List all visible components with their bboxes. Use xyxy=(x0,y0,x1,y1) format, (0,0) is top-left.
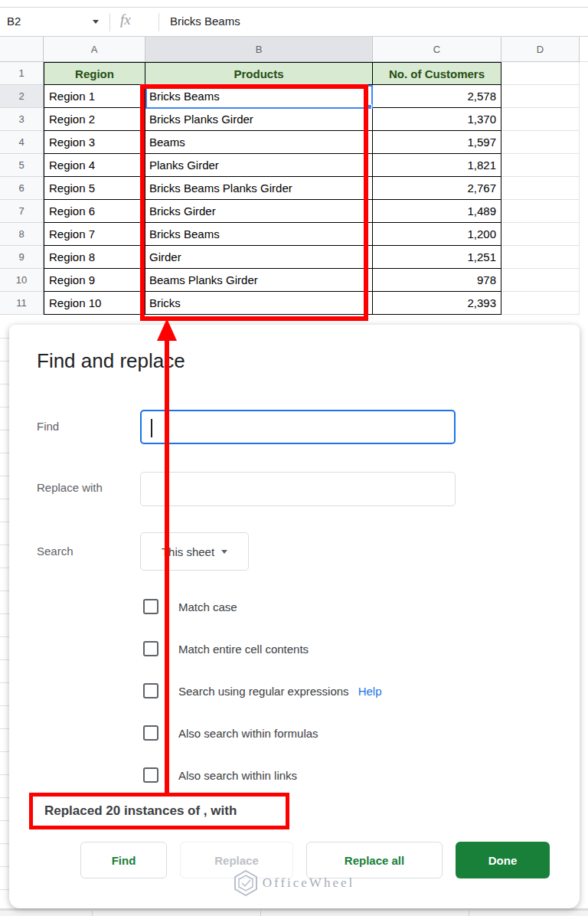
formula-bar: B2 fx Bricks Beams xyxy=(0,8,588,36)
shadow-band xyxy=(0,908,588,911)
gridline xyxy=(260,911,261,916)
row-header[interactable]: 2 xyxy=(0,85,44,108)
name-box[interactable]: B2 xyxy=(7,15,21,28)
column-header-filler xyxy=(580,37,588,62)
row-header[interactable]: 1 xyxy=(0,62,44,85)
match-entire-cell-checkbox[interactable] xyxy=(143,641,158,656)
row-header[interactable]: 3 xyxy=(0,108,44,131)
column-header-d[interactable]: D xyxy=(501,37,580,62)
find-input[interactable] xyxy=(140,410,456,444)
dialog-title: Find and replace xyxy=(37,349,185,373)
sheet-left-sliver xyxy=(0,316,9,908)
row-header[interactable]: 10 xyxy=(0,269,44,292)
row-header[interactable]: 7 xyxy=(0,200,44,223)
checkbox-label: Match case xyxy=(178,600,237,613)
gridline xyxy=(469,911,469,916)
find-replace-dialog: Find and replace Find Replace with Searc… xyxy=(9,325,580,908)
divider xyxy=(158,13,159,31)
replace-input[interactable] xyxy=(140,472,456,506)
cell-empty[interactable] xyxy=(501,223,580,246)
cell-customers[interactable]: 1,251 xyxy=(373,246,501,269)
cell-customers[interactable]: 1,489 xyxy=(373,200,501,223)
watermark-text: OfficeWheel xyxy=(263,875,354,891)
cell-empty[interactable] xyxy=(501,131,580,154)
cell-empty[interactable] xyxy=(501,108,580,131)
cell-region[interactable]: Region 10 xyxy=(44,292,145,315)
cell-customers[interactable]: 978 xyxy=(373,269,501,292)
row-header[interactable]: 11 xyxy=(0,292,44,315)
cell-region-header[interactable]: Region xyxy=(44,62,145,85)
cell-empty[interactable] xyxy=(501,246,580,269)
search-formulas-checkbox[interactable] xyxy=(143,725,158,741)
regex-checkbox[interactable] xyxy=(143,683,158,698)
cell-region[interactable]: Region 2 xyxy=(44,108,145,131)
cell-empty[interactable] xyxy=(501,292,580,315)
checkbox-label: Also search within formulas xyxy=(178,727,318,740)
chevron-down-icon xyxy=(221,550,227,554)
cell-customers[interactable]: 1,370 xyxy=(373,108,501,131)
google-sheets-find-replace-screen: B2 fx Bricks Beams A B C D 1 Region Prod… xyxy=(0,0,588,916)
cell-empty[interactable] xyxy=(501,200,580,223)
column-header-b[interactable]: B xyxy=(145,37,373,62)
cell-products-header[interactable]: Products xyxy=(145,62,373,85)
sheet-bottom-sliver xyxy=(0,908,588,916)
cell-empty[interactable] xyxy=(501,177,580,200)
checkbox-label: Search using regular expressions xyxy=(178,685,349,698)
cell-region[interactable]: Region 3 xyxy=(44,131,145,154)
find-label: Find xyxy=(37,420,59,433)
annotation-rectangle-products xyxy=(140,84,368,321)
replace-status-highlight-box: Replaced 20 instances of , with xyxy=(29,793,289,829)
cell-customers[interactable]: 2,578 xyxy=(373,85,501,108)
cell-customers[interactable]: 2,767 xyxy=(373,177,501,200)
cell-empty[interactable] xyxy=(501,269,580,292)
cell-region[interactable]: Region 1 xyxy=(44,85,145,108)
table-row: 1 Region Products No. of Customers xyxy=(0,62,588,85)
cell-customers-header[interactable]: No. of Customers xyxy=(373,62,501,85)
cell-customers[interactable]: 1,821 xyxy=(373,154,501,177)
search-links-checkbox[interactable] xyxy=(143,767,158,783)
formula-input[interactable]: Bricks Beams xyxy=(170,15,240,28)
checkbox-row-match-case: Match case xyxy=(143,598,237,615)
checkbox-label: Match entire cell contents xyxy=(178,643,309,656)
column-headers: A B C D xyxy=(0,36,588,62)
text-cursor xyxy=(151,419,152,437)
cell-region[interactable]: Region 5 xyxy=(44,177,145,200)
checkbox-row-regex: Search using regular expressions Help xyxy=(143,682,381,699)
toolbar-bottom-edge xyxy=(0,0,588,8)
cell-customers[interactable]: 2,393 xyxy=(373,292,501,315)
row-header[interactable]: 4 xyxy=(0,131,44,154)
cell-empty[interactable] xyxy=(501,85,580,108)
cell-region[interactable]: Region 8 xyxy=(44,246,145,269)
column-header-a[interactable]: A xyxy=(44,37,145,62)
cell-region[interactable]: Region 7 xyxy=(44,223,145,246)
search-label: Search xyxy=(37,545,74,558)
help-link[interactable]: Help xyxy=(358,685,382,698)
cell-customers[interactable]: 1,200 xyxy=(373,223,501,246)
cell-region[interactable]: Region 6 xyxy=(44,200,145,223)
officewheel-watermark: OfficeWheel xyxy=(9,870,580,896)
replace-with-label: Replace with xyxy=(37,481,103,494)
row-header[interactable]: 9 xyxy=(0,246,44,269)
match-case-checkbox[interactable] xyxy=(143,599,158,614)
name-box-dropdown-icon[interactable] xyxy=(93,20,99,24)
select-all-corner[interactable] xyxy=(0,37,44,62)
row-header[interactable]: 8 xyxy=(0,223,44,246)
replace-status-text: Replaced 20 instances of , with xyxy=(44,803,237,819)
cell-empty[interactable] xyxy=(501,62,580,85)
checkbox-label: Also search within links xyxy=(178,769,297,782)
row-header[interactable]: 6 xyxy=(0,177,44,200)
annotation-arrow-head xyxy=(157,319,177,341)
divider xyxy=(109,13,110,31)
cell-empty[interactable] xyxy=(501,154,580,177)
cell-customers[interactable]: 1,597 xyxy=(373,131,501,154)
cell-region[interactable]: Region 9 xyxy=(44,269,145,292)
officewheel-logo-icon xyxy=(234,870,257,896)
row-header[interactable]: 5 xyxy=(0,154,44,177)
annotation-arrow-shaft xyxy=(165,339,169,794)
gridline xyxy=(92,911,93,916)
column-header-c[interactable]: C xyxy=(373,37,501,62)
checkbox-row-formulas: Also search within formulas xyxy=(143,725,318,741)
cell-region[interactable]: Region 4 xyxy=(44,154,145,177)
fx-icon: fx xyxy=(120,11,131,28)
search-scope-dropdown[interactable]: This sheet xyxy=(140,532,249,571)
